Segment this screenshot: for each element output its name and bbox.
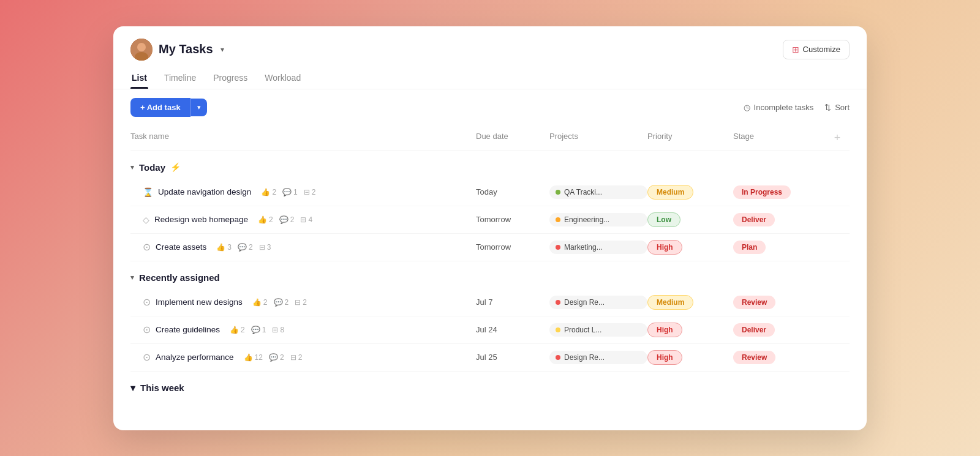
- project-badge: Product L...: [549, 323, 647, 337]
- likes-count: 👍 2: [258, 215, 273, 224]
- comments-count: 💬 2: [238, 243, 253, 252]
- tab-list[interactable]: List: [130, 68, 148, 89]
- col-add[interactable]: +: [825, 132, 850, 144]
- header-top: My Tasks ▾ ⊞ Customize: [130, 39, 850, 61]
- priority-badge: Medium: [647, 295, 693, 310]
- table-row: ⊙ Analyze performance 👍 12 💬 2 ⊟ 2 Jul 2…: [130, 344, 850, 372]
- task-meta: 👍 3 💬 2 ⊟ 3: [216, 243, 271, 252]
- stage-cell: Review: [733, 351, 825, 364]
- task-name-cell: ⊙ Analyze performance 👍 12 💬 2 ⊟ 2: [130, 351, 476, 363]
- table-row: ⊙ Implement new designs 👍 2 💬 2 ⊟ 2 Jul …: [130, 289, 850, 316]
- likes-count: 👍 2: [252, 298, 268, 307]
- customize-icon: ⊞: [792, 45, 799, 54]
- tab-progress[interactable]: Progress: [212, 68, 249, 89]
- task-name: Update navigation design: [158, 187, 251, 196]
- toolbar-right: ◷ Incomplete tasks ⇅ Sort: [744, 103, 850, 112]
- sort-label: Sort: [835, 103, 850, 112]
- content-area: Task name Due date Projects Priority Sta…: [113, 125, 867, 430]
- table-row: ⊙ Create assets 👍 3 💬 2 ⊟ 3 Tomorrow Mar…: [130, 234, 850, 261]
- hourglass-icon: ⌛: [143, 187, 153, 197]
- task-name: Analyze performance: [156, 353, 234, 362]
- check-icon: ⊙: [143, 324, 151, 335]
- task-meta: 👍 12 💬 2 ⊟ 2: [244, 353, 303, 362]
- task-meta: 👍 2 💬 2 ⊟ 4: [258, 215, 312, 224]
- add-task-label: + Add task: [140, 103, 181, 112]
- header: My Tasks ▾ ⊞ Customize List Timeline Pro…: [113, 26, 867, 89]
- sort-button[interactable]: ⇅ Sort: [824, 103, 850, 112]
- check-icon: ⊙: [143, 241, 151, 253]
- project-cell: Product L...: [549, 323, 647, 337]
- project-badge: Engineering...: [549, 213, 647, 226]
- task-name-cell: ⊙ Implement new designs 👍 2 💬 2 ⊟ 2: [130, 296, 476, 308]
- task-name: Create assets: [156, 242, 206, 252]
- col-due-date: Due date: [476, 132, 549, 144]
- title-dropdown-icon[interactable]: ▾: [221, 45, 224, 54]
- col-stage: Stage: [733, 132, 825, 144]
- likes-count: 👍 3: [216, 243, 232, 252]
- check-icon: ⊙: [143, 351, 151, 363]
- today-chevron-icon: ▾: [130, 163, 134, 171]
- incomplete-tasks-label: Incomplete tasks: [754, 103, 814, 112]
- add-task-dropdown-button[interactable]: ▾: [190, 99, 207, 116]
- comments-count: 💬 1: [282, 188, 298, 196]
- tab-timeline[interactable]: Timeline: [163, 68, 197, 89]
- toolbar: + Add task ▾ ◷ Incomplete tasks ⇅ Sort: [113, 89, 867, 125]
- avatar: [130, 39, 153, 61]
- likes-count: 👍 12: [244, 353, 263, 362]
- subtasks-count: ⊟ 2: [295, 298, 307, 307]
- col-priority: Priority: [647, 132, 733, 144]
- page-title: My Tasks: [159, 42, 213, 56]
- stage-badge: In Progress: [733, 185, 791, 199]
- project-badge: Design Re...: [549, 296, 647, 309]
- priority-cell: High: [647, 240, 733, 255]
- project-dot: [556, 245, 560, 250]
- add-task-button[interactable]: + Add task: [130, 98, 190, 117]
- project-badge: Design Re...: [549, 351, 647, 364]
- subtasks-count: ⊟ 3: [259, 243, 271, 252]
- project-cell: Marketing...: [549, 241, 647, 254]
- header-left: My Tasks ▾: [130, 39, 224, 61]
- stage-cell: Review: [733, 296, 825, 309]
- recently-assigned-chevron-icon: ▾: [130, 274, 134, 282]
- task-meta: 👍 2 💬 1 ⊟ 8: [230, 326, 284, 334]
- stage-cell: Plan: [733, 241, 825, 254]
- due-date: Jul 7: [476, 297, 549, 307]
- priority-cell: Medium: [647, 185, 733, 200]
- table-row: ◇ Redesign web homepage 👍 2 💬 2 ⊟ 4 Tomo…: [130, 206, 850, 234]
- diamond-icon: ◇: [143, 215, 149, 225]
- likes-count: 👍 2: [230, 326, 245, 334]
- stage-cell: Deliver: [733, 213, 825, 226]
- project-dot: [556, 300, 560, 305]
- stage-badge: Deliver: [733, 323, 775, 337]
- project-badge: QA Tracki...: [549, 185, 647, 199]
- subtasks-count: ⊟ 4: [300, 215, 312, 224]
- project-cell: Design Re...: [549, 351, 647, 364]
- check-icon: ⊙: [143, 296, 151, 308]
- due-date: Jul 24: [476, 325, 549, 334]
- project-dot: [556, 190, 560, 195]
- incomplete-icon: ◷: [744, 103, 750, 112]
- tabs: List Timeline Progress Workload: [130, 68, 850, 89]
- subtasks-count: ⊟ 2: [304, 188, 316, 196]
- customize-button[interactable]: ⊞ Customize: [783, 40, 850, 59]
- table-row: ⌛ Update navigation design 👍 2 💬 1 ⊟ 2 T…: [130, 179, 850, 206]
- task-name-cell: ⊙ Create assets 👍 3 💬 2 ⊟ 3: [130, 241, 476, 253]
- stage-cell: Deliver: [733, 323, 825, 337]
- priority-badge: Low: [647, 212, 680, 227]
- recently-assigned-label: Recently assigned: [139, 272, 220, 283]
- customize-label: Customize: [803, 45, 840, 54]
- section-this-week-header[interactable]: ▾ This week: [130, 372, 850, 400]
- project-dot: [556, 327, 560, 332]
- comments-count: 💬 2: [274, 298, 289, 307]
- project-cell: Design Re...: [549, 296, 647, 309]
- table-header: Task name Due date Projects Priority Sta…: [130, 125, 850, 151]
- today-label: Today: [139, 162, 165, 173]
- this-week-label: This week: [140, 383, 184, 393]
- comments-count: 💬 2: [279, 215, 295, 224]
- project-dot: [556, 355, 560, 360]
- incomplete-tasks-button[interactable]: ◷ Incomplete tasks: [744, 103, 814, 112]
- section-today-header[interactable]: ▾ Today ⚡: [130, 151, 850, 179]
- section-recently-assigned-header[interactable]: ▾ Recently assigned: [130, 261, 850, 289]
- subtasks-count: ⊟ 8: [272, 326, 284, 334]
- tab-workload[interactable]: Workload: [263, 68, 302, 89]
